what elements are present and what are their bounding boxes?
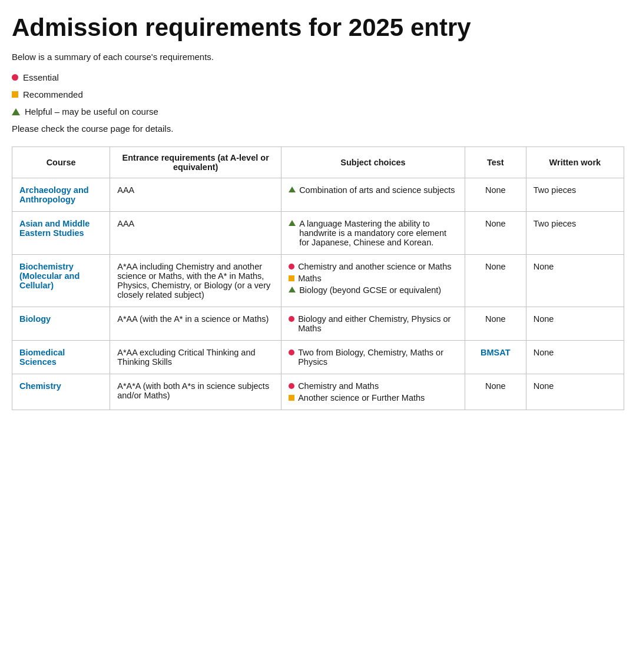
- recommended-icon: [12, 91, 18, 98]
- course-link[interactable]: Biomedical Sciences: [19, 348, 65, 367]
- essential-icon: [289, 350, 294, 355]
- subject-text: Combination of arts and science subjects: [299, 185, 455, 195]
- table-header-row: Course Entrance requirements (at A-level…: [12, 147, 624, 178]
- written-cell: None: [526, 374, 624, 410]
- entrance-cell: A*AA excluding Critical Thinking and Thi…: [110, 341, 281, 374]
- subject-text: Another science or Further Maths: [298, 393, 425, 402]
- subject-cell: Biology and either Chemistry, Physics or…: [281, 307, 465, 341]
- subject-line: Biology and either Chemistry, Physics or…: [289, 314, 458, 333]
- course-link[interactable]: Asian and Middle Eastern Studies: [19, 219, 90, 238]
- course-cell: Biomedical Sciences: [12, 341, 110, 374]
- bmsat-link[interactable]: BMSAT: [481, 348, 510, 357]
- check-note: Please check the course page for details…: [12, 124, 624, 134]
- test-cell: None: [465, 255, 526, 307]
- essential-icon: [12, 74, 18, 81]
- essential-icon: [289, 383, 294, 389]
- subject-cell: Combination of arts and science subjects: [281, 178, 465, 212]
- legend: Essential Recommended Helpful – may be u…: [12, 72, 624, 117]
- page-title: Admission requirements for 2025 entry: [12, 14, 624, 41]
- course-link[interactable]: Biology: [19, 314, 51, 324]
- helpful-icon: [289, 220, 296, 226]
- table-row: Asian and Middle Eastern StudiesAAAA lan…: [12, 212, 624, 255]
- recommended-icon: [289, 275, 294, 281]
- helpful-icon: [289, 287, 296, 292]
- course-link[interactable]: Biochemistry (Molecular and Cellular): [19, 262, 80, 290]
- table-row: BiologyA*AA (with the A* in a science or…: [12, 307, 624, 341]
- essential-icon: [289, 316, 294, 322]
- helpful-icon: [12, 108, 20, 115]
- subject-text: Maths: [298, 274, 322, 283]
- course-link[interactable]: Archaeology and Anthropology: [19, 185, 89, 204]
- subject-text: Chemistry and another science or Maths: [298, 262, 451, 271]
- header-test: Test: [465, 147, 526, 178]
- test-cell: None: [465, 212, 526, 255]
- subject-text: A language Mastering the ability to hand…: [299, 219, 458, 247]
- recommended-icon: [289, 395, 294, 401]
- written-cell: None: [526, 255, 624, 307]
- table-row: Archaeology and AnthropologyAAACombinati…: [12, 178, 624, 212]
- subtitle: Below is a summary of each course's requ…: [12, 52, 624, 62]
- written-cell: Two pieces: [526, 178, 624, 212]
- table-row: ChemistryA*A*A (with both A*s in science…: [12, 374, 624, 410]
- subject-line: Combination of arts and science subjects: [289, 185, 458, 195]
- written-cell: None: [526, 341, 624, 374]
- legend-essential: Essential: [12, 72, 624, 82]
- subject-line: Two from Biology, Chemistry, Maths or Ph…: [289, 348, 458, 367]
- subject-line: Biology (beyond GCSE or equivalent): [289, 285, 458, 295]
- subject-cell: Chemistry and MathsAnother science or Fu…: [281, 374, 465, 410]
- subject-cell: Chemistry and another science or MathsMa…: [281, 255, 465, 307]
- course-cell: Chemistry: [12, 374, 110, 410]
- course-cell: Biochemistry (Molecular and Cellular): [12, 255, 110, 307]
- subject-line: Chemistry and Maths: [289, 381, 458, 391]
- written-cell: Two pieces: [526, 212, 624, 255]
- subject-cell: A language Mastering the ability to hand…: [281, 212, 465, 255]
- essential-icon: [289, 264, 294, 270]
- header-course: Course: [12, 147, 110, 178]
- subject-line: Maths: [289, 274, 458, 283]
- entrance-cell: A*A*A (with both A*s in science subjects…: [110, 374, 281, 410]
- subject-text: Biology (beyond GCSE or equivalent): [299, 285, 441, 295]
- helpful-label: Helpful – may be useful on course: [25, 107, 158, 117]
- legend-helpful: Helpful – may be useful on course: [12, 107, 624, 117]
- recommended-label: Recommended: [23, 89, 83, 99]
- test-cell: None: [465, 178, 526, 212]
- subject-line: Chemistry and another science or Maths: [289, 262, 458, 271]
- subject-cell: Two from Biology, Chemistry, Maths or Ph…: [281, 341, 465, 374]
- subject-text: Two from Biology, Chemistry, Maths or Ph…: [298, 348, 458, 367]
- entrance-cell: AAA: [110, 178, 281, 212]
- written-cell: None: [526, 307, 624, 341]
- header-subject: Subject choices: [281, 147, 465, 178]
- header-entrance: Entrance requirements (at A-level or equ…: [110, 147, 281, 178]
- entrance-cell: A*AA (with the A* in a science or Maths): [110, 307, 281, 341]
- course-cell: Archaeology and Anthropology: [12, 178, 110, 212]
- subject-line: A language Mastering the ability to hand…: [289, 219, 458, 247]
- test-cell: None: [465, 374, 526, 410]
- test-cell: None: [465, 307, 526, 341]
- course-cell: Biology: [12, 307, 110, 341]
- essential-label: Essential: [23, 72, 59, 82]
- subject-line: Another science or Further Maths: [289, 393, 458, 402]
- entrance-cell: AAA: [110, 212, 281, 255]
- admission-table: Course Entrance requirements (at A-level…: [12, 147, 624, 410]
- entrance-cell: A*AA including Chemistry and another sci…: [110, 255, 281, 307]
- course-link[interactable]: Chemistry: [19, 381, 61, 391]
- test-cell: BMSAT: [465, 341, 526, 374]
- subject-text: Biology and either Chemistry, Physics or…: [298, 314, 458, 333]
- table-row: Biochemistry (Molecular and Cellular)A*A…: [12, 255, 624, 307]
- subject-text: Chemistry and Maths: [298, 381, 379, 391]
- table-row: Biomedical SciencesA*AA excluding Critic…: [12, 341, 624, 374]
- header-written: Written work: [526, 147, 624, 178]
- helpful-icon: [289, 187, 296, 192]
- course-cell: Asian and Middle Eastern Studies: [12, 212, 110, 255]
- legend-recommended: Recommended: [12, 89, 624, 99]
